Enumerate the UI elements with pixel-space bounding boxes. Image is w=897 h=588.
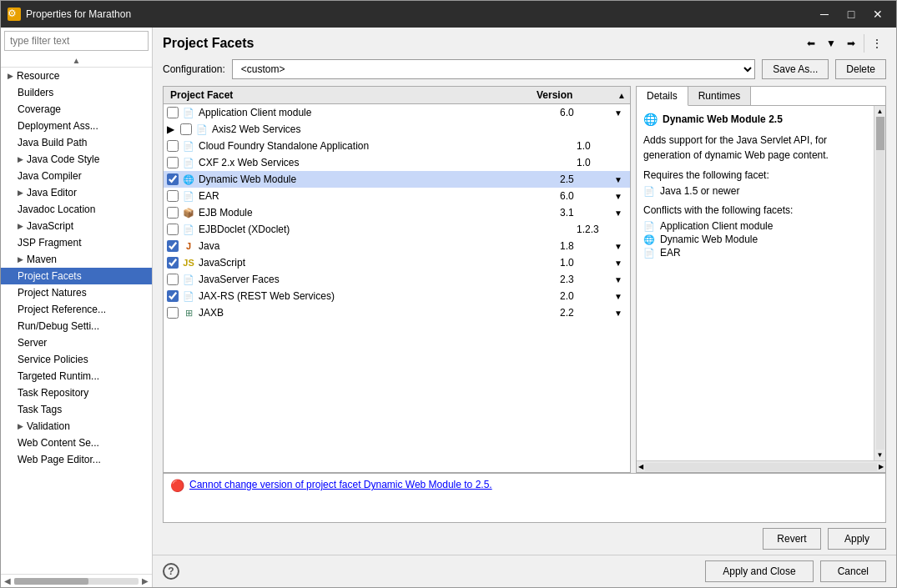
version-dropdown-icon[interactable]: ▼ bbox=[610, 175, 627, 184]
facet-row-axis2[interactable]: ▶ 📄 Axis2 Web Services bbox=[164, 121, 630, 138]
version-dropdown-icon[interactable]: ▼ bbox=[610, 209, 627, 218]
more-button[interactable]: ⋮ bbox=[868, 34, 886, 53]
sidebar-item-server[interactable]: Server bbox=[1, 334, 152, 351]
sidebar-item-builders[interactable]: Builders bbox=[1, 84, 152, 101]
sidebar-item-java-compiler[interactable]: Java Compiler bbox=[1, 168, 152, 184]
sidebar-item-javascript[interactable]: ▶ JavaScript bbox=[1, 218, 152, 234]
sidebar-scroll-right[interactable]: ▶ bbox=[142, 576, 149, 585]
error-icon: 🔴 bbox=[170, 479, 184, 492]
facet-checkbox-javascript[interactable] bbox=[167, 257, 179, 269]
requires-item-icon: 📄 bbox=[643, 186, 655, 197]
facet-checkbox-jaxrs[interactable] bbox=[167, 290, 179, 302]
revert-button[interactable]: Revert bbox=[763, 528, 821, 550]
sidebar-item-run-debug[interactable]: Run/Debug Setti... bbox=[1, 318, 152, 334]
facet-row-ear[interactable]: 📄 EAR 6.0 ▼ bbox=[164, 188, 630, 204]
facet-checkbox-jsf[interactable] bbox=[167, 274, 179, 285]
facet-checkbox-java[interactable] bbox=[167, 240, 179, 252]
details-description: Adds support for the Java Servlet API, f… bbox=[643, 133, 867, 163]
minimize-button[interactable]: ─ bbox=[813, 3, 836, 26]
sort-button[interactable]: ▲ bbox=[613, 91, 630, 100]
facet-checkbox-ejbdoclet[interactable] bbox=[167, 224, 179, 235]
sidebar-item-resource[interactable]: ▶ Resource bbox=[1, 68, 152, 84]
details-tabs: Details Runtimes bbox=[637, 87, 885, 106]
apply-and-close-button[interactable]: Apply and Close bbox=[705, 560, 813, 582]
sidebar-item-javadoc[interactable]: Javadoc Location bbox=[1, 201, 152, 218]
facet-row-cxf[interactable]: 📄 CXF 2.x Web Services 1.0 bbox=[164, 154, 630, 171]
facet-row-dynamic-web[interactable]: 🌐 Dynamic Web Module 2.5 ▼ bbox=[164, 171, 630, 188]
sidebar-label: Java Code Style bbox=[27, 153, 99, 165]
facet-row-app-client[interactable]: 📄 Application Client module 6.0 ▼ bbox=[164, 104, 630, 121]
scroll-right-btn[interactable]: ▶ bbox=[877, 461, 885, 472]
col-project-facet: Project Facet bbox=[164, 89, 530, 101]
facet-row-jsf[interactable]: 📄 JavaServer Faces 2.3 ▼ bbox=[164, 271, 630, 288]
facet-checkbox-ejb[interactable] bbox=[167, 207, 179, 219]
version-dropdown-icon[interactable]: ▼ bbox=[610, 275, 627, 284]
facet-checkbox-dynamic-web[interactable] bbox=[167, 173, 179, 185]
sidebar-item-jsp-fragment[interactable]: JSP Fragment bbox=[1, 234, 152, 251]
sidebar-item-targeted-runtime[interactable]: Targeted Runtim... bbox=[1, 368, 152, 384]
forward-button[interactable]: ➡ bbox=[842, 34, 860, 53]
scroll-down-btn[interactable]: ▼ bbox=[875, 450, 885, 460]
facet-row-jaxb[interactable]: ⊞ JAXB 2.2 ▼ bbox=[164, 304, 630, 321]
sidebar-collapse-up[interactable]: ▲ bbox=[73, 56, 81, 65]
back-button[interactable]: ⬅ bbox=[802, 34, 820, 53]
save-as-button[interactable]: Save As... bbox=[762, 59, 829, 79]
sidebar-item-project-facets[interactable]: Project Facets bbox=[1, 268, 152, 284]
dropdown-button[interactable]: ▼ bbox=[822, 34, 840, 53]
tab-runtimes[interactable]: Runtimes bbox=[688, 87, 752, 105]
sidebar-item-task-repository[interactable]: Task Repository bbox=[1, 384, 152, 401]
close-button[interactable]: ✕ bbox=[866, 3, 889, 26]
version-dropdown-icon[interactable]: ▼ bbox=[610, 242, 627, 251]
expand-arrow[interactable]: ▶ bbox=[167, 123, 180, 135]
facet-checkbox-cloud[interactable] bbox=[167, 140, 179, 152]
conflict-icon-2: 📄 bbox=[643, 248, 655, 259]
sidebar-scroll-left[interactable]: ◀ bbox=[4, 576, 11, 585]
config-select[interactable]: <custom> bbox=[232, 59, 756, 79]
scroll-left-btn[interactable]: ◀ bbox=[637, 461, 645, 472]
apply-button[interactable]: Apply bbox=[828, 528, 886, 550]
facet-checkbox-cxf[interactable] bbox=[167, 157, 179, 168]
sidebar-item-project-natures[interactable]: Project Natures bbox=[1, 284, 152, 301]
facet-checkbox-ear[interactable] bbox=[167, 190, 179, 202]
sidebar-item-web-content[interactable]: Web Content Se... bbox=[1, 435, 152, 451]
facet-row-jaxrs[interactable]: 📄 JAX-RS (REST Web Services) 2.0 ▼ bbox=[164, 288, 630, 304]
version-dropdown-icon[interactable]: ▼ bbox=[610, 108, 627, 118]
scroll-up-btn[interactable]: ▲ bbox=[875, 106, 885, 117]
facet-row-java[interactable]: J Java 1.8 ▼ bbox=[164, 238, 630, 254]
facet-checkbox-axis2[interactable] bbox=[180, 123, 192, 135]
sidebar-item-maven[interactable]: ▶ Maven bbox=[1, 251, 152, 268]
sidebar-item-service-policies[interactable]: Service Policies bbox=[1, 351, 152, 368]
maximize-button[interactable]: □ bbox=[839, 3, 863, 26]
version-dropdown-icon[interactable]: ▼ bbox=[610, 309, 627, 318]
facet-name: Cloud Foundry Standalone Application bbox=[199, 140, 577, 152]
page-icon: 📄 bbox=[195, 123, 209, 136]
version-dropdown-icon[interactable]: ▼ bbox=[610, 292, 627, 301]
sidebar-item-coverage[interactable]: Coverage bbox=[1, 101, 152, 118]
facet-version: 3.1 bbox=[560, 207, 610, 219]
facet-checkbox-app-client[interactable] bbox=[167, 107, 179, 118]
sidebar-label: Run/Debug Setti... bbox=[18, 320, 99, 332]
sidebar-item-web-page-editor[interactable]: Web Page Editor... bbox=[1, 451, 152, 468]
filter-input[interactable] bbox=[4, 31, 149, 51]
sidebar-item-task-tags[interactable]: Task Tags bbox=[1, 401, 152, 418]
version-dropdown-icon[interactable]: ▼ bbox=[610, 192, 627, 201]
error-text[interactable]: Cannot change version of project facet D… bbox=[189, 479, 492, 490]
facet-row-javascript[interactable]: JS JavaScript 1.0 ▼ bbox=[164, 254, 630, 271]
sidebar-item-project-reference[interactable]: Project Reference... bbox=[1, 301, 152, 318]
help-button[interactable]: ? bbox=[163, 563, 179, 580]
sidebar-item-validation[interactable]: ▶ Validation bbox=[1, 418, 152, 435]
sidebar-item-deployment[interactable]: Deployment Ass... bbox=[1, 118, 152, 134]
details-requires-item: 📄 Java 1.5 or newer bbox=[643, 184, 867, 198]
facet-checkbox-jaxb[interactable] bbox=[167, 307, 179, 319]
delete-button[interactable]: Delete bbox=[835, 59, 886, 79]
tab-details[interactable]: Details bbox=[637, 87, 688, 106]
sidebar-item-java-editor[interactable]: ▶ Java Editor bbox=[1, 184, 152, 201]
sidebar-item-java-code-style[interactable]: ▶ Java Code Style bbox=[1, 151, 152, 168]
facet-row-cloud-foundry[interactable]: 📄 Cloud Foundry Standalone Application 1… bbox=[164, 138, 630, 154]
facet-row-ejb[interactable]: 📦 EJB Module 3.1 ▼ bbox=[164, 204, 630, 221]
version-dropdown-icon[interactable]: ▼ bbox=[610, 259, 627, 268]
sidebar-item-java-build-path[interactable]: Java Build Path bbox=[1, 134, 152, 151]
facet-row-ejbdoclet[interactable]: 📄 EJBDoclet (XDoclet) 1.2.3 bbox=[164, 221, 630, 238]
cancel-button[interactable]: Cancel bbox=[820, 560, 886, 582]
scroll-thumb[interactable] bbox=[876, 117, 884, 150]
